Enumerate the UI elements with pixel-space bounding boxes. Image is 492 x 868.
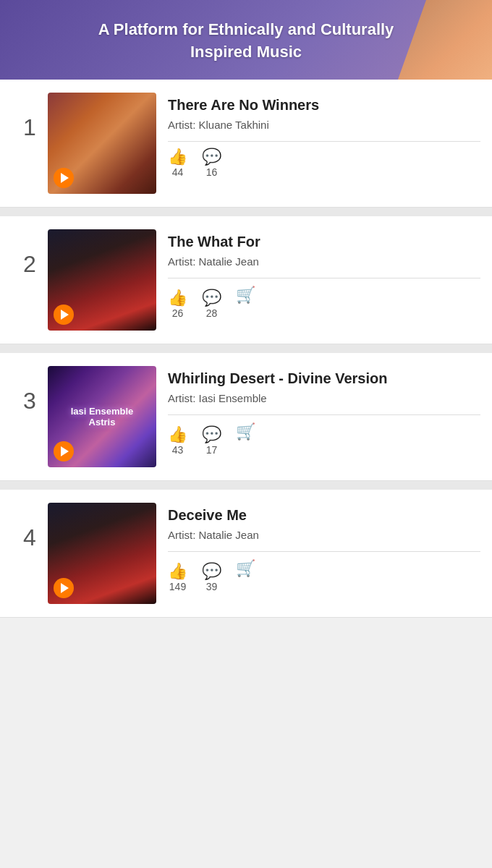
cart-action[interactable]: 🛒	[236, 286, 255, 319]
comment-count: 17	[206, 444, 218, 456]
track-thumbnail[interactable]	[48, 229, 156, 331]
section-divider	[0, 208, 492, 216]
like-icon[interactable]: 👍	[168, 149, 187, 165]
like-icon[interactable]: 👍	[168, 290, 187, 306]
like-action[interactable]: 👍 26	[168, 290, 187, 319]
track-rank: 4	[12, 503, 48, 551]
like-count: 44	[172, 166, 184, 178]
play-button[interactable]	[54, 168, 74, 188]
track-title: Whirling Desert - Divine Version	[168, 369, 480, 388]
play-icon	[61, 173, 69, 183]
comment-action[interactable]: 💬 39	[202, 563, 221, 592]
divider	[168, 141, 480, 142]
play-button[interactable]	[54, 441, 74, 461]
track-thumbnail[interactable]	[48, 93, 156, 194]
like-icon[interactable]: 👍	[168, 427, 187, 443]
track-artist: Artist: Iasi Ensemble	[168, 392, 480, 404]
track-row: 1 There Are No Winners Artist: Kluane Ta…	[0, 80, 492, 208]
track-row: 4 Deceive Me Artist: Natalie Jean 👍 149 …	[0, 490, 492, 618]
track-title: The What For	[168, 232, 480, 251]
cart-icon[interactable]: 🛒	[236, 286, 255, 305]
track-rank: 2	[12, 229, 48, 278]
track-actions: 👍 26 💬 28 🛒	[168, 286, 480, 319]
cart-action[interactable]: 🛒	[236, 422, 255, 456]
cart-action[interactable]: 🛒	[236, 559, 255, 592]
comment-count: 16	[206, 166, 218, 178]
header-title: A Platform for Ethnically and Culturally…	[94, 19, 398, 64]
track-artist: Artist: Natalie Jean	[168, 255, 480, 268]
track-artist: Artist: Kluane Takhini	[168, 119, 480, 131]
track-info: Whirling Desert - Divine Version Artist:…	[168, 366, 480, 456]
header-artist-image	[398, 0, 492, 80]
like-count: 149	[169, 581, 186, 592]
comment-count: 39	[206, 581, 218, 592]
like-action[interactable]: 👍 149	[168, 563, 187, 592]
like-action[interactable]: 👍 44	[168, 149, 187, 178]
track-list: 1 There Are No Winners Artist: Kluane Ta…	[0, 80, 492, 618]
comment-icon[interactable]: 💬	[202, 427, 221, 443]
divider	[168, 278, 480, 278]
track-thumbnail[interactable]	[48, 503, 156, 604]
track-rank: 1	[12, 93, 48, 141]
comment-action[interactable]: 💬 16	[202, 149, 221, 178]
comment-icon[interactable]: 💬	[202, 563, 221, 579]
play-button[interactable]	[54, 305, 74, 325]
comment-action[interactable]: 💬 28	[202, 290, 221, 319]
track-row: 2 The What For Artist: Natalie Jean 👍 26…	[0, 216, 492, 344]
comment-icon[interactable]: 💬	[202, 149, 221, 165]
comment-icon[interactable]: 💬	[202, 290, 221, 306]
play-icon	[61, 583, 69, 593]
track-title: There Are No Winners	[168, 95, 480, 114]
play-button[interactable]	[54, 578, 74, 598]
track-artist: Artist: Natalie Jean	[168, 529, 480, 541]
section-divider	[0, 344, 492, 353]
track-actions: 👍 43 💬 17 🛒	[168, 422, 480, 456]
track-title: Deceive Me	[168, 506, 480, 524]
divider	[168, 551, 480, 552]
play-icon	[61, 446, 69, 456]
track-info: The What For Artist: Natalie Jean 👍 26 💬…	[168, 229, 480, 319]
track-rank: 3	[12, 366, 48, 414]
track-actions: 👍 44 💬 16	[168, 149, 480, 178]
track-thumbnail[interactable]: Iasi EnsembleAstris	[48, 366, 156, 467]
cart-icon[interactable]: 🛒	[236, 422, 255, 441]
like-count: 26	[172, 307, 184, 319]
comment-action[interactable]: 💬 17	[202, 427, 221, 456]
like-action[interactable]: 👍 43	[168, 427, 187, 456]
like-icon[interactable]: 👍	[168, 563, 187, 579]
track-info: There Are No Winners Artist: Kluane Takh…	[168, 93, 480, 178]
track-info: Deceive Me Artist: Natalie Jean 👍 149 💬 …	[168, 503, 480, 592]
app-header: A Platform for Ethnically and Culturally…	[0, 0, 492, 80]
track-row: 3 Iasi EnsembleAstris Whirling Desert - …	[0, 353, 492, 481]
comment-count: 28	[206, 307, 218, 319]
play-icon	[61, 310, 69, 320]
like-count: 43	[172, 444, 184, 456]
cart-icon[interactable]: 🛒	[236, 559, 255, 578]
track-actions: 👍 149 💬 39 🛒	[168, 559, 480, 592]
section-divider	[0, 481, 492, 490]
divider	[168, 414, 480, 415]
